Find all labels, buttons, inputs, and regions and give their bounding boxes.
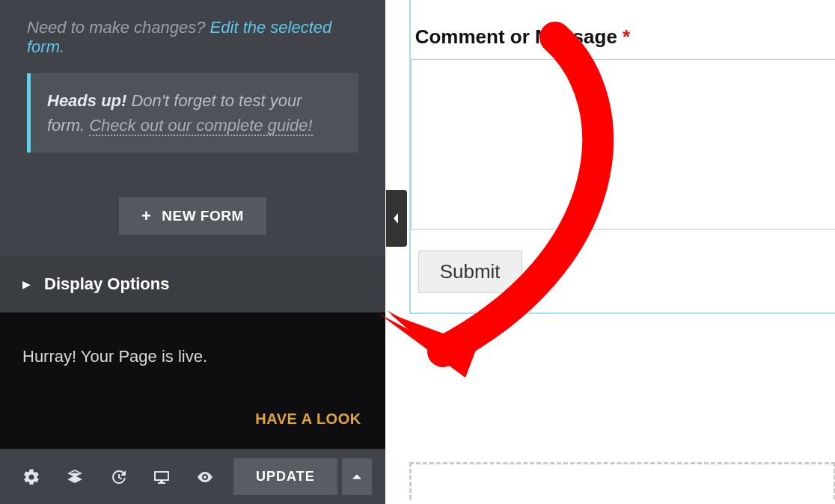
comment-field-label: Comment or Message * bbox=[415, 25, 835, 49]
form-widget-preview[interactable]: Comment or Message * Submit bbox=[409, 0, 835, 314]
navigator-icon[interactable] bbox=[57, 459, 93, 495]
responsive-icon[interactable] bbox=[144, 459, 180, 495]
display-options-toggle[interactable]: ▶ Display Options bbox=[0, 256, 385, 313]
update-options-button[interactable] bbox=[342, 458, 372, 495]
edit-prompt-line: Need to make changes? Edit the selected … bbox=[27, 18, 358, 57]
caret-right-icon: ▶ bbox=[22, 278, 31, 290]
heads-up-tip: Heads up! Don't forget to test your form… bbox=[27, 73, 358, 153]
page-live-notice: Hurray! Your Page is live. HAVE A LOOK bbox=[0, 313, 385, 449]
heads-up-label: Heads up! bbox=[47, 91, 126, 110]
update-button-group: UPDATE bbox=[233, 458, 372, 495]
edit-prompt-text: Need to make changes? bbox=[27, 18, 210, 37]
new-form-label: NEW FORM bbox=[162, 208, 244, 224]
page-preview: Comment or Message * Submit bbox=[385, 0, 835, 504]
history-icon[interactable] bbox=[100, 459, 136, 495]
editor-bottombar: UPDATE bbox=[0, 449, 385, 504]
empty-widget-dropzone[interactable] bbox=[409, 462, 835, 500]
required-asterisk: * bbox=[623, 25, 630, 48]
settings-icon[interactable] bbox=[13, 459, 49, 495]
comment-textarea[interactable] bbox=[411, 59, 835, 230]
editor-sidebar: Need to make changes? Edit the selected … bbox=[0, 0, 385, 504]
preview-icon[interactable] bbox=[187, 459, 223, 495]
comment-label-text: Comment or Message bbox=[415, 25, 623, 48]
new-form-button[interactable]: + NEW FORM bbox=[119, 197, 266, 235]
new-form-section: + NEW FORM bbox=[0, 175, 385, 256]
display-options-label: Display Options bbox=[44, 274, 169, 294]
update-button[interactable]: UPDATE bbox=[233, 458, 337, 495]
complete-guide-link[interactable]: Check out our complete guide! bbox=[89, 116, 312, 136]
page-live-message: Hurray! Your Page is live. bbox=[22, 347, 363, 366]
form-widget-panel: Need to make changes? Edit the selected … bbox=[0, 0, 385, 175]
have-a-look-link[interactable]: HAVE A LOOK bbox=[255, 411, 361, 428]
submit-button[interactable]: Submit bbox=[418, 251, 522, 293]
